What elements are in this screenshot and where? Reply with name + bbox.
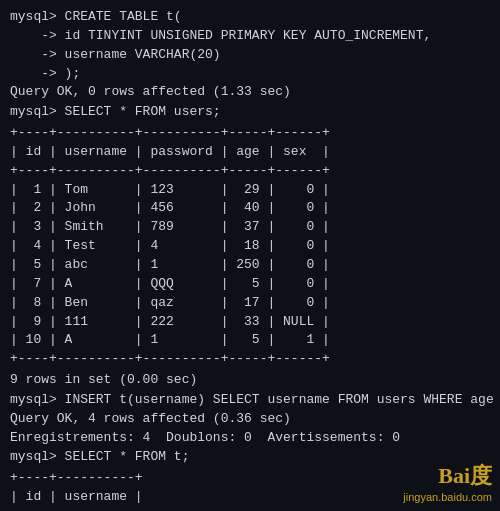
create-line-2: -> id TINYINT UNSIGNED PRIMARY KEY AUTO_… [10,27,490,46]
create-line-1: mysql> CREATE TABLE t( [10,8,490,27]
insert-result-2: Enregistrements: 4 Doublons: 0 Avertisse… [10,429,490,448]
insert-section: mysql> INSERT t(username) SELECT usernam… [10,391,490,448]
table-row: | 10 | A | 1 | 5 | 1 | [10,331,490,350]
watermark: Bai度 jingyan.baidu.com [403,461,492,503]
create-line-4: -> ); [10,65,490,84]
table-border-header: +----+----------+----------+-----+------… [10,162,490,181]
baidu-site: jingyan.baidu.com [403,491,492,503]
table-row: | 7 | A | QQQ | 5 | 0 | [10,275,490,294]
table-border-bottom: +----+----------+----------+-----+------… [10,350,490,369]
table-row: | 3 | Smith | 789 | 37 | 0 | [10,218,490,237]
baidu-logo: Bai度 [438,461,492,491]
table-header: | id | username | password | age | sex | [10,143,490,162]
table-row: | 4 | Test | 4 | 18 | 0 | [10,237,490,256]
table-border-top: +----+----------+----------+-----+------… [10,124,490,143]
select-users-cmd: mysql> SELECT * FROM users; [10,103,490,122]
select-users-section: mysql> SELECT * FROM users; +----+------… [10,103,490,390]
create-line-3: -> username VARCHAR(20) [10,46,490,65]
insert-cmd: mysql> INSERT t(username) SELECT usernam… [10,391,490,410]
users-table: +----+----------+----------+-----+------… [10,124,490,369]
table-row: | 1 | Tom | 123 | 29 | 0 | [10,181,490,200]
table-row: | 5 | abc | 1 | 250 | 0 | [10,256,490,275]
table-row: | 8 | Ben | qaz | 17 | 0 | [10,294,490,313]
t-table-border-header: +----+----------+ [10,507,490,511]
table-row: | 2 | John | 456 | 40 | 0 | [10,199,490,218]
terminal: mysql> CREATE TABLE t( -> id TINYINT UNS… [0,0,500,511]
insert-result-1: Query OK, 4 rows affected (0.36 sec) [10,410,490,429]
create-result: Query OK, 0 rows affected (1.33 sec) [10,83,490,102]
create-table-section: mysql> CREATE TABLE t( -> id TINYINT UNS… [10,8,490,102]
table-row: | 9 | 111 | 222 | 33 | NULL | [10,313,490,332]
users-result: 9 rows in set (0.00 sec) [10,371,490,390]
